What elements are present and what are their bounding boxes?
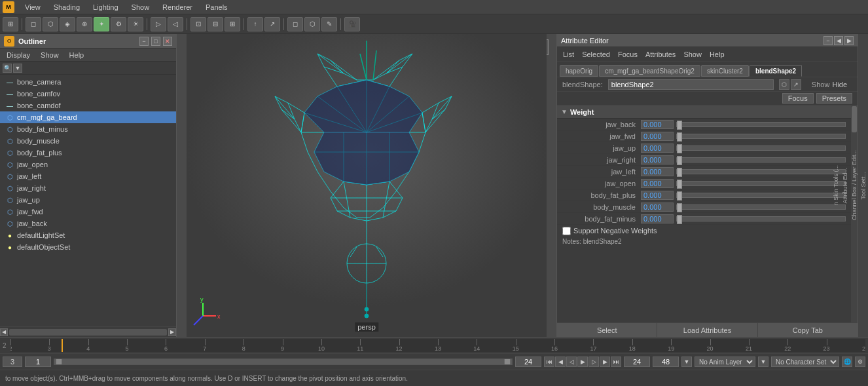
step-back-btn[interactable]: ◁ [566, 357, 577, 367]
toolbar-btn-1[interactable]: ⊞ [3, 17, 18, 31]
attr-vscroll-thumb[interactable] [852, 106, 857, 132]
attr-row-value[interactable]: 0.000 [641, 144, 674, 153]
attr-slider-thumb[interactable] [677, 132, 682, 142]
start-frame-input[interactable] [25, 357, 51, 367]
toolbar-btn-2[interactable]: ◻ [26, 17, 41, 31]
outliner-menu-show[interactable]: Show [38, 51, 62, 59]
outliner-hscroll[interactable] [9, 329, 167, 336]
outliner-item[interactable]: ●defaultLightSet [0, 229, 176, 241]
toolbar-btn-5[interactable]: ⊕ [77, 17, 92, 31]
attr-slider-thumb[interactable] [677, 191, 682, 201]
outliner-item[interactable]: ⬡body_fat_minus [0, 123, 176, 135]
load-attributes-button[interactable]: Load Attributes [657, 323, 757, 337]
attr-row-value[interactable]: 0.000 [641, 155, 674, 164]
toolbar-btn-13[interactable]: ⊞ [225, 17, 240, 31]
prev-frame-btn[interactable]: ◀ [555, 357, 566, 367]
menu-panels[interactable]: Panels [203, 3, 230, 11]
jump-start-btn[interactable]: ⏮ [544, 357, 554, 367]
right-tab-channel[interactable]: Channel Box / Layer Edit... [850, 147, 859, 223]
outliner-item[interactable]: ●defaultObjectSet [0, 241, 176, 253]
attr-slider-thumb[interactable] [677, 144, 682, 153]
attr-slider-thumb[interactable] [677, 121, 682, 130]
attr-nav-attributes[interactable]: Attributes [642, 50, 679, 59]
outliner-item[interactable]: ⬡jaw_right [0, 182, 176, 194]
attr-slider[interactable] [676, 204, 846, 210]
attr-slider[interactable] [676, 181, 846, 186]
outliner-item[interactable]: ⬡body_fat_plus [0, 147, 176, 159]
attr-slider-thumb[interactable] [677, 156, 682, 165]
range-dropdown-icon[interactable]: ▼ [681, 357, 692, 367]
range-start-input[interactable] [624, 357, 650, 367]
attr-tab[interactable]: blendShape2 [750, 65, 802, 77]
attr-row-value[interactable]: 0.000 [641, 214, 674, 223]
outliner-item[interactable]: ⬡jaw_back [0, 218, 176, 229]
attr-row-value[interactable]: 0.000 [641, 132, 674, 141]
outliner-scroll-left[interactable]: ◀ [0, 328, 8, 336]
play-btn[interactable]: ▶ [577, 357, 588, 367]
toolbar-btn-7[interactable]: ⚙ [111, 17, 126, 31]
attr-slider[interactable] [676, 193, 846, 198]
anim-layer-dropdown[interactable]: ▼ [758, 357, 769, 367]
outliner-item[interactable]: —bone_camera [0, 76, 176, 88]
toolbar-btn-6[interactable]: ✦ [94, 17, 109, 31]
toolbar-btn-select[interactable]: ◻ [287, 17, 303, 31]
outliner-item[interactable]: ⬡jaw_left [0, 170, 176, 182]
outliner-item[interactable]: ⬡jaw_open [0, 159, 176, 170]
attr-slider[interactable] [676, 134, 846, 139]
support-negative-checkbox[interactable] [562, 227, 571, 235]
outliner-scroll-right[interactable]: ▶ [168, 328, 176, 336]
toolbar-btn-11[interactable]: ⊡ [190, 17, 206, 31]
playback-start-thumb[interactable] [56, 358, 62, 365]
attr-slider[interactable] [676, 216, 846, 222]
menu-lighting[interactable]: Lighting [90, 3, 121, 11]
attr-editor-nav-next[interactable]: ▶ [844, 36, 854, 45]
jump-end-btn[interactable]: ⏭ [611, 357, 621, 367]
playback-end-thumb[interactable] [504, 358, 511, 365]
toolbar-btn-10[interactable]: ◁ [168, 17, 183, 31]
select-button[interactable]: Select [557, 323, 657, 337]
end-frame-input[interactable] [515, 357, 541, 367]
blend-shape-btn1[interactable]: ⬡ [779, 79, 789, 90]
attr-slider[interactable] [676, 157, 846, 163]
menu-shading[interactable]: Shading [51, 3, 82, 11]
char-set-settings-icon[interactable]: ⚙ [855, 357, 865, 367]
outliner-item[interactable]: ⬡body_muscle [0, 135, 176, 147]
outliner-minimize[interactable]: − [139, 37, 149, 46]
hide-btn[interactable]: Hide [832, 81, 847, 88]
attr-nav-selected[interactable]: Selected [579, 50, 613, 59]
range-end-input[interactable] [653, 357, 679, 367]
char-set-select[interactable]: No Character Set [771, 357, 839, 367]
char-set-icon[interactable]: 🌐 [842, 357, 852, 367]
blend-shape-input[interactable] [608, 79, 774, 90]
toolbar-btn-15[interactable]: ↗ [264, 17, 280, 31]
copy-tab-button[interactable]: Copy Tab [758, 323, 858, 337]
outliner-item[interactable]: —bone_camfov [0, 88, 176, 100]
right-tab-tool[interactable]: Tool Sett... [859, 169, 868, 203]
attr-editor-nav-prev[interactable]: ◀ [834, 36, 843, 45]
toolbar-btn-8[interactable]: ☀ [128, 17, 143, 31]
presets-button[interactable]: Presets [816, 93, 852, 104]
outliner-menu-display[interactable]: Display [4, 51, 33, 59]
attr-tab[interactable]: skinCluster2 [701, 65, 749, 77]
step-fwd-btn[interactable]: ▷ [588, 357, 599, 367]
attr-tab[interactable]: hapeOrig [560, 65, 598, 77]
outliner-maximize[interactable]: □ [151, 37, 160, 46]
outliner-menu-help[interactable]: Help [67, 51, 87, 59]
right-tab-attr[interactable]: Attribute Ed... [841, 165, 850, 206]
menu-renderer[interactable]: Renderer [160, 3, 195, 11]
attr-slider[interactable] [676, 122, 846, 127]
menu-show[interactable]: Show [129, 3, 153, 11]
next-frame-btn[interactable]: ▶ [600, 357, 610, 367]
attr-nav-help[interactable]: Help [706, 50, 728, 59]
attr-row-value[interactable]: 0.000 [641, 203, 674, 212]
attr-row-value[interactable]: 0.000 [641, 179, 674, 188]
attr-slider-thumb[interactable] [677, 215, 682, 224]
toolbar-btn-12[interactable]: ⊟ [208, 17, 223, 31]
attr-nav-focus[interactable]: Focus [615, 50, 641, 59]
attr-row-value[interactable]: 0.000 [641, 191, 674, 200]
toolbar-btn-camera[interactable]: 🎥 [344, 17, 360, 31]
attr-slider-thumb[interactable] [677, 168, 682, 177]
blend-shape-btn2[interactable]: ↗ [791, 79, 801, 90]
attr-row-value[interactable]: 0.000 [641, 167, 674, 176]
weight-section-header[interactable]: ▼ Weight [557, 106, 851, 119]
